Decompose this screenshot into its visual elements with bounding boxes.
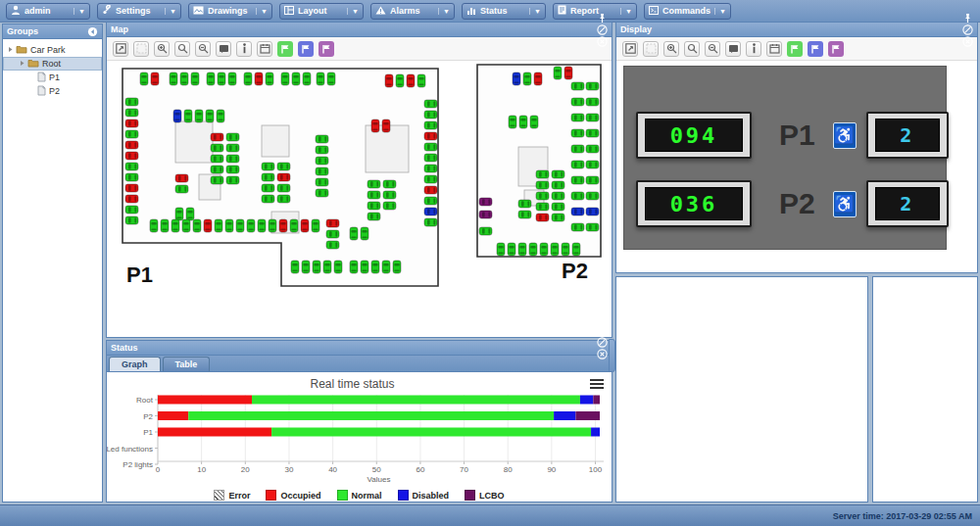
floorplan-p1[interactable]: P1 (115, 65, 455, 300)
splitter-handle[interactable] (609, 339, 615, 372)
parking-spot[interactable] (407, 74, 415, 87)
dropdown-caret-icon[interactable]: ▼ (529, 8, 541, 15)
zoom-in-button[interactable] (663, 41, 679, 57)
parking-spot[interactable] (316, 167, 328, 175)
parking-spot[interactable] (316, 135, 328, 143)
status-autohide-icon[interactable] (596, 336, 608, 348)
parking-spot[interactable] (552, 192, 564, 200)
parking-spot[interactable] (536, 203, 549, 211)
commands-menu-button[interactable]: Commands▼ (644, 3, 731, 20)
parking-spot[interactable] (586, 98, 599, 106)
parking-spot[interactable] (361, 227, 368, 240)
parking-spot[interactable] (226, 166, 239, 173)
parking-spot[interactable] (226, 155, 239, 163)
parking-spot[interactable] (518, 211, 531, 218)
parking-spot[interactable] (317, 72, 324, 85)
parking-spot[interactable] (182, 219, 190, 232)
parking-spot[interactable] (186, 208, 194, 220)
parking-spot[interactable] (534, 72, 542, 85)
parking-spot[interactable] (424, 154, 437, 162)
parking-spot[interactable] (368, 180, 380, 188)
tab-table[interactable]: Table (163, 357, 211, 371)
parking-spot[interactable] (383, 180, 396, 188)
parking-spot[interactable] (518, 200, 531, 208)
parking-spot[interactable] (125, 163, 138, 170)
collapse-left-icon[interactable] (86, 25, 98, 37)
legend-item-normal[interactable]: Normal (337, 490, 382, 501)
parking-spot[interactable] (303, 72, 311, 85)
parking-spot[interactable] (586, 145, 599, 153)
parking-spot[interactable] (326, 219, 339, 227)
parking-spot[interactable] (125, 184, 138, 192)
parking-spot[interactable] (218, 72, 225, 85)
parking-spot[interactable] (262, 184, 274, 192)
status-menu-button[interactable]: Status▼ (462, 3, 546, 20)
parking-spot[interactable] (586, 208, 599, 215)
parking-spot[interactable] (383, 191, 396, 199)
purple-flag-button[interactable] (828, 41, 844, 57)
parking-spot[interactable] (536, 170, 549, 178)
map-canvas[interactable]: P1 P2 (107, 61, 612, 335)
parking-spot[interactable] (279, 219, 287, 232)
parking-spot[interactable] (586, 192, 599, 200)
admin-menu-button[interactable]: admin▼ (6, 3, 90, 20)
parking-spot[interactable] (552, 170, 564, 178)
parking-spot[interactable] (255, 72, 263, 85)
tree-item-root[interactable]: Root (3, 57, 102, 71)
parking-spot[interactable] (572, 243, 580, 256)
note-button[interactable] (216, 41, 231, 57)
parking-spot[interactable] (175, 185, 188, 193)
select-button[interactable] (643, 41, 659, 57)
parking-spot[interactable] (150, 219, 158, 232)
parking-spot[interactable] (523, 72, 531, 85)
green-flag-button[interactable] (277, 41, 293, 57)
parking-spot[interactable] (170, 72, 177, 85)
dropdown-caret-icon[interactable]: ▼ (165, 8, 176, 15)
parking-spot[interactable] (586, 114, 599, 121)
legend-item-lcbo[interactable]: LCBO (465, 490, 505, 501)
dropdown-caret-icon[interactable]: ▼ (347, 8, 359, 15)
parking-spot[interactable] (382, 120, 390, 132)
edit-button[interactable] (622, 41, 638, 57)
parking-spot[interactable] (301, 219, 309, 232)
parking-spot[interactable] (571, 192, 584, 200)
parking-spot[interactable] (326, 230, 339, 238)
parking-spot[interactable] (125, 206, 138, 214)
purple-flag-button[interactable] (318, 41, 334, 57)
expand-caret-icon[interactable] (19, 60, 27, 68)
parking-spot[interactable] (262, 195, 274, 203)
legend-item-error[interactable]: Error (214, 490, 250, 501)
dropdown-caret-icon[interactable]: ▼ (714, 8, 726, 15)
parking-spot[interactable] (206, 110, 214, 122)
parking-spot[interactable] (424, 111, 437, 119)
parking-spot[interactable] (266, 72, 273, 85)
parking-spot[interactable] (564, 67, 572, 79)
floorplan-p2[interactable]: P2 (471, 61, 611, 286)
parking-spot[interactable] (292, 72, 300, 85)
parking-spot[interactable] (327, 72, 335, 85)
parking-spot[interactable] (368, 213, 380, 220)
parking-spot[interactable] (244, 72, 252, 85)
parking-spot[interactable] (277, 184, 290, 192)
parking-spot[interactable] (571, 98, 584, 106)
parking-spot[interactable] (383, 202, 396, 210)
parking-spot[interactable] (530, 116, 538, 128)
parking-spot[interactable] (385, 74, 393, 87)
info-button[interactable] (236, 41, 252, 57)
green-flag-button[interactable] (787, 41, 803, 57)
zoom-out-button[interactable] (705, 41, 720, 57)
settings-menu-button[interactable]: Settings▼ (97, 3, 181, 20)
parking-spot[interactable] (161, 219, 169, 232)
parking-spot[interactable] (316, 146, 328, 154)
parking-spot[interactable] (228, 72, 236, 85)
parking-spot[interactable] (215, 219, 222, 232)
parking-spot[interactable] (290, 219, 298, 232)
parking-spot[interactable] (125, 173, 138, 181)
parking-spot[interactable] (479, 198, 492, 206)
map-close-icon[interactable] (596, 35, 608, 47)
parking-spot[interactable] (193, 219, 201, 232)
parking-spot[interactable] (180, 72, 188, 85)
parking-spot[interactable] (368, 202, 380, 210)
tab-graph[interactable]: Graph (109, 357, 161, 371)
parking-spot[interactable] (479, 211, 492, 218)
